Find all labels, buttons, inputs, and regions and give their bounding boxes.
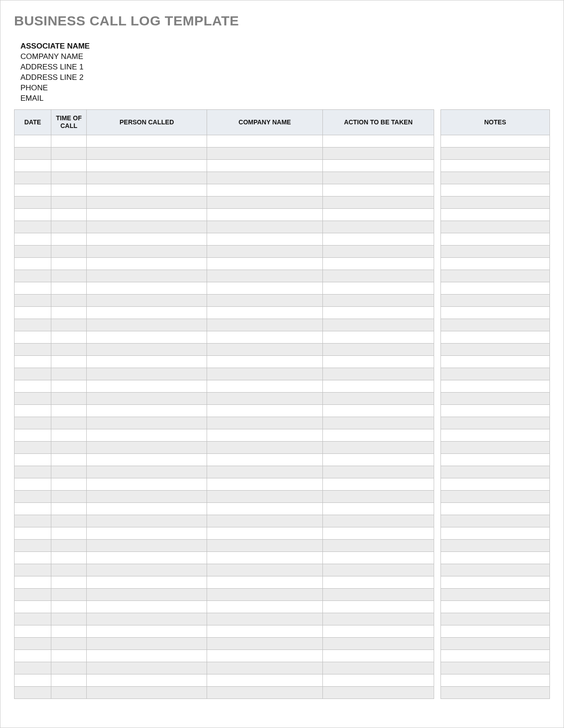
- cell[interactable]: [322, 172, 434, 184]
- cell[interactable]: [15, 490, 51, 502]
- cell[interactable]: [207, 515, 323, 527]
- cell[interactable]: [440, 417, 549, 429]
- cell[interactable]: [87, 662, 207, 674]
- cell[interactable]: [51, 233, 86, 245]
- cell[interactable]: [87, 184, 207, 196]
- cell[interactable]: [440, 294, 549, 306]
- cell[interactable]: [51, 368, 86, 380]
- cell[interactable]: [440, 135, 549, 147]
- cell[interactable]: [207, 184, 323, 196]
- cell[interactable]: [51, 270, 86, 282]
- cell[interactable]: [440, 368, 549, 380]
- cell[interactable]: [87, 208, 207, 221]
- cell[interactable]: [207, 196, 323, 208]
- cell[interactable]: [15, 159, 51, 172]
- cell[interactable]: [15, 135, 51, 147]
- cell[interactable]: [207, 368, 323, 380]
- cell[interactable]: [51, 686, 86, 698]
- cell[interactable]: [440, 233, 549, 245]
- cell[interactable]: [207, 343, 323, 355]
- cell[interactable]: [322, 417, 434, 429]
- cell[interactable]: [207, 686, 323, 698]
- cell[interactable]: [15, 613, 51, 625]
- cell[interactable]: [15, 208, 51, 221]
- cell[interactable]: [207, 662, 323, 674]
- cell[interactable]: [322, 502, 434, 515]
- cell[interactable]: [207, 539, 323, 551]
- cell[interactable]: [322, 196, 434, 208]
- cell[interactable]: [207, 355, 323, 368]
- cell[interactable]: [440, 245, 549, 257]
- cell[interactable]: [440, 649, 549, 662]
- cell[interactable]: [322, 392, 434, 404]
- cell[interactable]: [87, 404, 207, 417]
- cell[interactable]: [207, 319, 323, 331]
- cell[interactable]: [207, 576, 323, 588]
- cell[interactable]: [51, 515, 86, 527]
- cell[interactable]: [87, 417, 207, 429]
- cell[interactable]: [440, 404, 549, 417]
- cell[interactable]: [440, 159, 549, 172]
- cell[interactable]: [51, 539, 86, 551]
- cell[interactable]: [322, 380, 434, 392]
- cell[interactable]: [87, 355, 207, 368]
- cell[interactable]: [15, 172, 51, 184]
- cell[interactable]: [322, 576, 434, 588]
- cell[interactable]: [322, 355, 434, 368]
- cell[interactable]: [207, 404, 323, 417]
- cell[interactable]: [440, 343, 549, 355]
- cell[interactable]: [51, 662, 86, 674]
- cell[interactable]: [87, 257, 207, 270]
- cell[interactable]: [440, 588, 549, 600]
- cell[interactable]: [207, 527, 323, 539]
- cell[interactable]: [87, 478, 207, 490]
- cell[interactable]: [51, 527, 86, 539]
- cell[interactable]: [15, 551, 51, 564]
- cell[interactable]: [440, 355, 549, 368]
- cell[interactable]: [15, 429, 51, 441]
- cell[interactable]: [51, 135, 86, 147]
- cell[interactable]: [51, 319, 86, 331]
- cell[interactable]: [87, 502, 207, 515]
- cell[interactable]: [15, 380, 51, 392]
- cell[interactable]: [15, 539, 51, 551]
- cell[interactable]: [87, 306, 207, 319]
- cell[interactable]: [51, 172, 86, 184]
- cell[interactable]: [440, 392, 549, 404]
- cell[interactable]: [207, 600, 323, 613]
- cell[interactable]: [322, 245, 434, 257]
- cell[interactable]: [15, 221, 51, 233]
- cell[interactable]: [440, 221, 549, 233]
- cell[interactable]: [440, 502, 549, 515]
- cell[interactable]: [51, 282, 86, 294]
- cell[interactable]: [207, 172, 323, 184]
- cell[interactable]: [440, 515, 549, 527]
- cell[interactable]: [15, 576, 51, 588]
- cell[interactable]: [51, 380, 86, 392]
- cell[interactable]: [322, 539, 434, 551]
- cell[interactable]: [51, 649, 86, 662]
- cell[interactable]: [322, 306, 434, 319]
- cell[interactable]: [87, 625, 207, 637]
- cell[interactable]: [440, 539, 549, 551]
- cell[interactable]: [51, 221, 86, 233]
- cell[interactable]: [207, 478, 323, 490]
- cell[interactable]: [440, 613, 549, 625]
- cell[interactable]: [51, 551, 86, 564]
- cell[interactable]: [15, 196, 51, 208]
- cell[interactable]: [51, 478, 86, 490]
- cell[interactable]: [51, 490, 86, 502]
- cell[interactable]: [87, 576, 207, 588]
- cell[interactable]: [87, 613, 207, 625]
- cell[interactable]: [440, 600, 549, 613]
- cell[interactable]: [322, 282, 434, 294]
- cell[interactable]: [207, 490, 323, 502]
- cell[interactable]: [322, 319, 434, 331]
- cell[interactable]: [322, 221, 434, 233]
- cell[interactable]: [87, 331, 207, 343]
- cell[interactable]: [440, 208, 549, 221]
- cell[interactable]: [15, 184, 51, 196]
- cell[interactable]: [322, 564, 434, 576]
- cell[interactable]: [15, 502, 51, 515]
- cell[interactable]: [87, 245, 207, 257]
